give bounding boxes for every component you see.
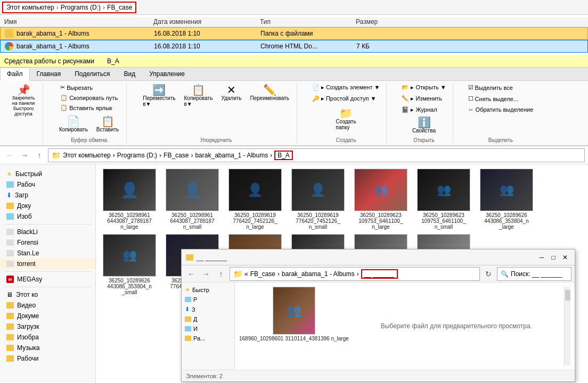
sidebar-item-torrent[interactable]: torrent bbox=[0, 259, 95, 269]
copy-path-button[interactable]: 📋 Скопировать путь bbox=[58, 93, 120, 102]
minimize-button[interactable]: ─ bbox=[536, 252, 547, 263]
invert-button[interactable]: ↔ Обратить выделение bbox=[466, 105, 536, 114]
image-thumb-3[interactable]: 👤 36250_10289619776420_7452126_n_large bbox=[226, 169, 284, 230]
sidebar-item-blackli[interactable]: BlackLi bbox=[0, 227, 95, 237]
overlay-file-container[interactable]: 👥 168960_10298601 3110114_4381396 n_larg… bbox=[239, 287, 349, 365]
paste-icon: 📋 bbox=[101, 116, 115, 127]
overlay-forward-button[interactable]: → bbox=[200, 268, 213, 280]
tab-file[interactable]: Файл bbox=[0, 68, 30, 81]
copy-to-label: Копироватьв▼ bbox=[184, 95, 213, 107]
overlay-back-button[interactable]: ← bbox=[185, 268, 198, 280]
overlay-scrollbar[interactable] bbox=[564, 287, 570, 365]
sidebar-item-computer[interactable]: 🖥 Этот ко bbox=[0, 289, 95, 300]
sidebar-item-downloads[interactable]: ⬇ Загр bbox=[0, 190, 95, 201]
image-thumb-1[interactable]: 👤 36250_102989616443087_2789187n_large bbox=[100, 169, 159, 230]
select-all-button[interactable]: ☑ Выделить все bbox=[466, 83, 536, 92]
easy-access-button[interactable]: 🔑 ▸ Простой доступ ▼ bbox=[310, 94, 382, 103]
sidebar-item-workdesk[interactable]: Рабочи bbox=[0, 353, 95, 364]
up-button[interactable]: ↑ bbox=[33, 149, 46, 162]
file-date-folder: 16.08.2018 1:10 bbox=[154, 30, 260, 37]
image-thumb-2[interactable]: 👤 36250_102989616443087_2789187n_small bbox=[163, 169, 222, 230]
image-thumb-6[interactable]: 👥 36250_10289623109753_6461100_n_small bbox=[414, 169, 473, 230]
journal-button[interactable]: 📓 ▸ Журнал bbox=[399, 105, 448, 114]
cut-button[interactable]: ✂ Вырезать bbox=[58, 83, 120, 92]
properties-button[interactable]: ℹ️ Свойства bbox=[409, 115, 439, 135]
overlay-sidebar-quick[interactable]: ★ Быстр bbox=[182, 285, 234, 295]
address-bar[interactable]: 📁 Этот компьютер › Programs (D:) › FB_ca… bbox=[48, 148, 585, 162]
sidebar-item-pictures[interactable]: Изобра bbox=[0, 332, 95, 343]
sidebar-item-video[interactable]: Видео bbox=[0, 300, 95, 311]
sidebar-item-download[interactable]: Загрузк bbox=[0, 321, 95, 332]
paste-shortcut-button[interactable]: 📋 Вставить ярлык bbox=[58, 103, 120, 112]
tab-view[interactable]: Вид bbox=[117, 68, 142, 80]
top-breadcrumb[interactable]: Этот компьютер › Programs (D:) › FB_case bbox=[2, 2, 136, 13]
sidebar-item-desktop[interactable]: Рабоч bbox=[0, 179, 95, 190]
maximize-button[interactable]: □ bbox=[548, 252, 559, 263]
file-item-chrome[interactable]: barak_abama_1 - Albums 16.08.2018 1:10 C… bbox=[0, 40, 588, 53]
sidebar-item-stanle[interactable]: Stan.Le bbox=[0, 248, 95, 259]
file-name-folder: barak_abama_1 - Albums bbox=[5, 29, 154, 38]
move-icon: ➡️ bbox=[152, 85, 166, 95]
sidebar-item-forensi[interactable]: Forensi bbox=[0, 237, 95, 248]
breadcrumb-part-2: Programs (D:) bbox=[117, 152, 157, 159]
copy-path-icon: 📋 bbox=[60, 94, 68, 101]
copy-button[interactable]: 📄 Копировать bbox=[56, 114, 91, 134]
ribbon-group-select: ☑ Выделить все ☐ Снять выделе... ↔ Обрат… bbox=[462, 83, 540, 143]
sidebar-label-document: Докуме bbox=[17, 312, 39, 320]
overlay-refresh-button[interactable]: ↻ bbox=[482, 268, 495, 280]
navigation-bar: ← → ↑ 📁 Этот компьютер › Programs (D:) ›… bbox=[0, 146, 588, 164]
overlay-search-bar[interactable]: 🔍 Поиск: __ ______ bbox=[497, 267, 571, 281]
scrollbar-thumb[interactable] bbox=[565, 290, 570, 301]
new-item-button[interactable]: 📄 ▸ Создать элемент ▼ bbox=[310, 83, 382, 92]
overlay-sidebar-d[interactable]: Д bbox=[182, 314, 234, 324]
sidebar-item-images[interactable]: Изоб bbox=[0, 211, 95, 222]
sidebar-label-forensi: Forensi bbox=[17, 239, 38, 246]
file-item-folder[interactable]: barak_abama_1 - Albums 16.08.2018 1:10 П… bbox=[0, 27, 588, 40]
person-silhouette-3: 👤 bbox=[247, 182, 263, 197]
sidebar-item-quick[interactable]: ★ Быстрый bbox=[0, 169, 95, 179]
ribbon-tabs: Файл Главная Поделиться Вид Управление bbox=[0, 68, 588, 81]
thumb-image-5: 👥 bbox=[354, 169, 407, 211]
sidebar-item-music[interactable]: Музыка bbox=[0, 343, 95, 353]
copy-to-button[interactable]: 📋 Копироватьв▼ bbox=[181, 83, 216, 109]
open-button[interactable]: 📂 ▸ Открыть ▼ bbox=[399, 83, 448, 92]
image-thumb-4[interactable]: 👤 36250_10289619776420_7452126_n_small bbox=[289, 169, 347, 230]
deselect-icon: ☐ bbox=[468, 95, 473, 102]
back-button[interactable]: ← bbox=[3, 149, 16, 162]
overlay-bc-folder-highlighted: __ ______ bbox=[361, 269, 398, 279]
overlay-sidebar-z[interactable]: ⬇ З bbox=[182, 304, 234, 314]
sidebar-item-docs[interactable]: Доку bbox=[0, 201, 95, 211]
image-thumb-5[interactable]: 👥 36250_10289623109753_6461100_n_large bbox=[352, 169, 410, 230]
overlay-sidebar-ra[interactable]: Ра... bbox=[182, 334, 234, 343]
new-folder-button[interactable]: 📁 Создатьпапку bbox=[333, 106, 360, 132]
overlay-sidebar-i[interactable]: И bbox=[182, 324, 234, 334]
sidebar-item-document[interactable]: Докуме bbox=[0, 311, 95, 321]
ribbon-tools-bar: Средства работы с рисунками B_A bbox=[0, 55, 588, 68]
overlay-status-text: Элементов: 2 bbox=[186, 373, 223, 379]
delete-button[interactable]: ✕ Удалить bbox=[218, 83, 244, 109]
tab-share[interactable]: Поделиться bbox=[68, 68, 117, 80]
image-thumb-7[interactable]: 👥 36250_10289626443086_353804_n_large bbox=[477, 169, 536, 230]
col-type: Тип bbox=[260, 18, 356, 26]
image-thumb-8[interactable]: 👥 36250_10289626443086_353804_n_small bbox=[100, 234, 159, 295]
deselect-button[interactable]: ☐ Снять выделе... bbox=[466, 94, 536, 103]
overlay-sidebar-r[interactable]: Р bbox=[182, 295, 234, 304]
edit-button[interactable]: ✏️ ▸ Изменить bbox=[399, 94, 448, 103]
tab-home[interactable]: Главная bbox=[30, 68, 68, 80]
overlay-search-icon: 🔍 bbox=[501, 270, 509, 278]
file-type-chrome: Chrome HTML Do... bbox=[260, 43, 356, 50]
overlay-address-bar[interactable]: 📁 « FB_case › barak_abama_1 - Albums › _… bbox=[230, 267, 480, 281]
ribbon-group-new: 📄 ▸ Создать элемент ▼ 🔑 ▸ Простой доступ… bbox=[306, 83, 387, 143]
scissors-icon: ✂ bbox=[60, 84, 65, 91]
sidebar-item-mega[interactable]: M MEGAsy bbox=[0, 274, 95, 285]
forward-button[interactable]: → bbox=[18, 149, 31, 162]
rename-button[interactable]: ✏️ Переименовать bbox=[247, 83, 292, 109]
thumb-label-7: 36250_10289626443086_353804_n_large bbox=[484, 212, 528, 230]
close-button[interactable]: ✕ bbox=[560, 252, 570, 263]
move-button[interactable]: ➡️ Переместитьв▼ bbox=[140, 83, 178, 109]
overlay-up-button[interactable]: ↑ bbox=[215, 268, 227, 280]
tab-manage[interactable]: Управление bbox=[142, 68, 192, 80]
pin-button[interactable]: 📌 Закрепить на панели быстрого доступа bbox=[9, 83, 38, 118]
overlay-sidebar-quick-label: Быстр bbox=[192, 287, 209, 293]
paste-button[interactable]: 📋 Вставить bbox=[93, 114, 122, 134]
